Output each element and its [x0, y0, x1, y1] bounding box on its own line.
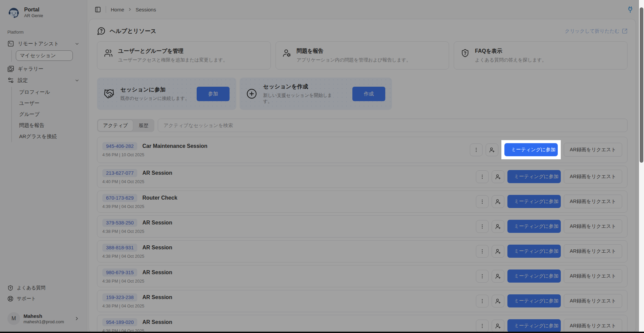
- sliders-icon: [7, 77, 14, 84]
- join-meeting-button[interactable]: ミーティングに参加: [504, 143, 558, 156]
- session-invite-button[interactable]: [486, 143, 498, 156]
- request-ar-recording-button[interactable]: AR録画をリクエスト: [564, 170, 622, 183]
- breadcrumb-home[interactable]: Home: [111, 7, 124, 12]
- shield-question-icon: [461, 49, 469, 57]
- session-more-button[interactable]: [476, 320, 489, 332]
- card-title: FAQを表示: [475, 48, 546, 55]
- session-invite-button[interactable]: [492, 295, 504, 307]
- session-row: 379-538-250 AR Session 4:38 PM | 04 Oct …: [97, 215, 628, 238]
- breadcrumb: Home Sessions: [111, 7, 156, 12]
- card-desc: ユーザーアクセスと権限を追加または変更します。: [118, 57, 228, 63]
- sidebar-item-profile[interactable]: プロフィール: [16, 87, 82, 98]
- session-title: AR Session: [142, 220, 172, 226]
- kebab-icon: [479, 199, 485, 205]
- request-ar-recording-button[interactable]: AR録画をリクエスト: [564, 294, 622, 308]
- join-session-button[interactable]: 参加: [197, 87, 230, 101]
- collapse-link[interactable]: クリックして折りたたむ: [565, 28, 628, 34]
- session-timestamp: 4:38 PM | 04 Oct 2025: [102, 279, 172, 284]
- scrollbar-thumb[interactable]: [640, 7, 643, 163]
- session-id-badge[interactable]: 388-818-931: [102, 244, 137, 252]
- session-more-button[interactable]: [476, 270, 489, 283]
- request-ar-recording-button[interactable]: AR録画をリクエスト: [564, 244, 622, 258]
- scrollbar[interactable]: [639, 0, 644, 333]
- session-id-badge[interactable]: 159-323-238: [102, 293, 137, 301]
- request-ar-recording-button[interactable]: AR録画をリクエスト: [564, 195, 622, 208]
- session-invite-button[interactable]: [492, 320, 504, 332]
- session-id-badge[interactable]: 213-627-077: [102, 169, 137, 177]
- join-meeting-button[interactable]: ミーティングに参加: [507, 220, 561, 233]
- session-invite-button[interactable]: [492, 170, 504, 183]
- session-timestamp: 4:56 PM | 10 Oct 2025: [102, 153, 207, 157]
- session-invite-button[interactable]: [492, 220, 504, 233]
- join-meeting-highlight: ミーティングに参加: [507, 319, 561, 332]
- user-menu[interactable]: M Mahesh mahesh1@prod.com: [5, 310, 82, 327]
- session-invite-button[interactable]: [492, 270, 504, 283]
- sidebar-item-label: 設定: [18, 77, 28, 83]
- card-title: 問題を報告: [297, 48, 411, 55]
- users-icon: [104, 49, 113, 57]
- sidebar-item-groups[interactable]: グループ: [16, 109, 82, 120]
- tab-history[interactable]: 履歴: [134, 120, 153, 131]
- sidebar: Portal AR Genie Platform リモートアシスト マイセッショ…: [0, 0, 87, 333]
- session-timestamp: 4:38 PM | 04 Oct 2025: [102, 254, 172, 259]
- user-plus-icon: [495, 174, 501, 180]
- view-faq-card[interactable]: FAQを表示 よくある質問の答えを探します。: [454, 41, 628, 70]
- user-email: mahesh1@prod.com: [23, 319, 64, 324]
- join-meeting-button[interactable]: ミーティングに参加: [507, 170, 561, 183]
- join-meeting-button[interactable]: ミーティングに参加: [507, 195, 561, 208]
- session-more-button[interactable]: [476, 195, 489, 208]
- sidebar-item-remote-assist[interactable]: リモートアシスト: [5, 38, 82, 49]
- plug-connect-icon[interactable]: [627, 6, 634, 13]
- create-session-desc: 新しい支援セッションを開始します。: [263, 92, 339, 105]
- user-plus-icon: [495, 248, 501, 254]
- kebab-icon: [479, 298, 485, 304]
- session-invite-button[interactable]: [492, 195, 504, 208]
- user-gear-icon: [283, 49, 291, 57]
- request-ar-recording-button[interactable]: AR録画をリクエスト: [564, 269, 622, 283]
- join-meeting-button[interactable]: ミーティングに参加: [507, 294, 561, 307]
- join-meeting-button[interactable]: ミーティングに参加: [507, 245, 561, 258]
- sidebar-item-label: ギャラリー: [18, 66, 43, 72]
- session-id-badge[interactable]: 954-189-020: [102, 318, 137, 326]
- user-plus-icon: [495, 323, 501, 329]
- session-id-badge[interactable]: 670-173-629: [102, 194, 137, 202]
- sidebar-item-connect-ar-glasses[interactable]: ARグラスを接続: [16, 131, 82, 142]
- sidebar-item-my-sessions[interactable]: マイセッション: [16, 50, 73, 61]
- sidebar-item-users[interactable]: ユーザー: [16, 98, 82, 109]
- session-row: 954-189-020 AR Session 4:38 PM | 04 Oct …: [97, 315, 628, 333]
- user-plus-icon: [495, 199, 501, 205]
- sidebar-item-settings[interactable]: 設定: [5, 75, 82, 86]
- session-invite-button[interactable]: [492, 245, 504, 258]
- sidebar-toggle-icon[interactable]: [95, 6, 101, 13]
- breadcrumb-sessions[interactable]: Sessions: [136, 7, 156, 12]
- help-bubble-icon: [97, 27, 106, 35]
- sidebar-item-label: よくある質問: [17, 285, 45, 291]
- request-ar-recording-button[interactable]: AR録画をリクエスト: [564, 219, 622, 233]
- session-more-button[interactable]: [470, 143, 483, 156]
- session-id-badge[interactable]: 945-406-282: [102, 142, 137, 150]
- join-meeting-button[interactable]: ミーティングに参加: [507, 319, 561, 332]
- create-session-button[interactable]: 作成: [352, 87, 385, 101]
- session-more-button[interactable]: [476, 245, 489, 258]
- session-tabs: アクティブ 履歴: [97, 119, 154, 132]
- session-id-badge[interactable]: 980-679-315: [102, 268, 137, 277]
- search-input[interactable]: [158, 119, 628, 132]
- session-more-button[interactable]: [476, 170, 489, 183]
- report-issue-card[interactable]: 問題を報告 アプリケーション内の問題を管理および報告します。: [276, 41, 449, 70]
- sidebar-item-report-issue[interactable]: 問題を報告: [16, 120, 82, 131]
- session-title: AR Session: [142, 319, 172, 325]
- join-session-desc: 既存のセッションに接続します。: [120, 95, 190, 101]
- sidebar-item-support[interactable]: サポート: [5, 293, 82, 304]
- session-more-button[interactable]: [476, 295, 489, 307]
- session-more-button[interactable]: [476, 220, 489, 233]
- session-title: Car Maintenance Session: [142, 143, 207, 149]
- join-meeting-button[interactable]: ミーティングに参加: [507, 269, 561, 283]
- tab-active[interactable]: アクティブ: [98, 120, 133, 131]
- session-id-badge[interactable]: 379-538-250: [102, 219, 137, 227]
- request-ar-recording-button[interactable]: AR録画をリクエスト: [564, 319, 622, 333]
- manage-users-groups-card[interactable]: ユーザーとグループを管理 ユーザーアクセスと権限を追加または変更します。: [97, 41, 271, 70]
- sidebar-item-faq[interactable]: よくある質問: [5, 283, 82, 293]
- chevron-down-icon: [75, 41, 80, 46]
- request-ar-recording-button[interactable]: AR録画をリクエスト: [564, 143, 622, 157]
- sidebar-item-gallery[interactable]: ギャラリー: [5, 63, 82, 75]
